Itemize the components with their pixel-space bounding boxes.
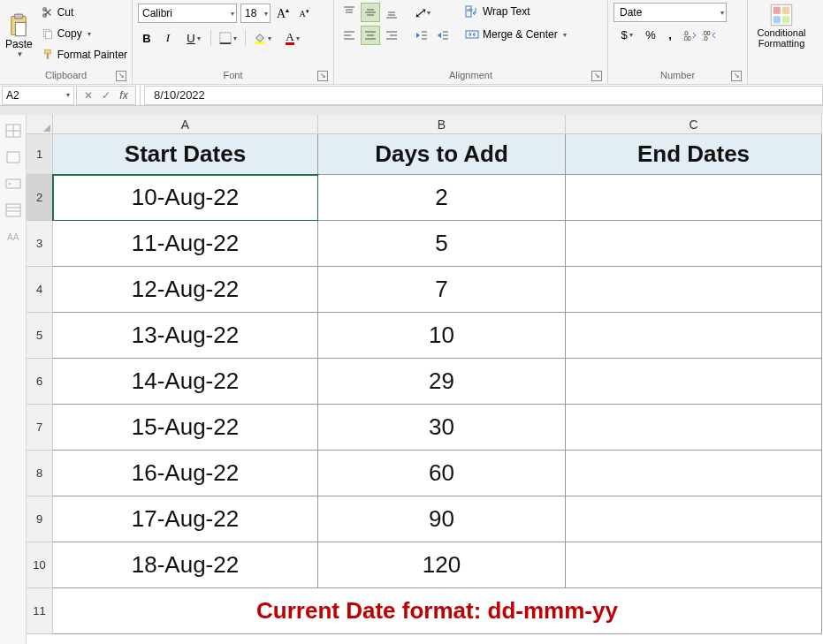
column-header-B[interactable]: B	[318, 115, 566, 134]
fill-color-button[interactable]: ▾	[249, 29, 276, 47]
italic-button[interactable]: I	[159, 29, 177, 47]
comma-format-button[interactable]: ,	[661, 26, 679, 43]
cell-C4[interactable]	[566, 267, 822, 313]
svg-rect-38	[466, 31, 478, 38]
cell-A7[interactable]: 15-Aug-22	[53, 405, 318, 451]
formula-enter-button[interactable]: ✓	[98, 89, 114, 102]
formula-input[interactable]: 8/10/2022	[144, 86, 823, 105]
align-middle-button[interactable]	[361, 3, 380, 22]
cell-B5[interactable]: 10	[318, 313, 566, 359]
underline-button[interactable]: U▾	[180, 29, 207, 47]
font-color-button[interactable]: A▾	[279, 29, 306, 47]
cell-A5[interactable]: 13-Aug-22	[53, 313, 318, 359]
cell-C9[interactable]	[566, 496, 822, 542]
cell-A8[interactable]: 16-Aug-22	[53, 451, 318, 496]
svg-rect-52	[6, 179, 20, 188]
increase-indent-button[interactable]	[433, 26, 453, 45]
cut-button[interactable]: Cut	[38, 3, 131, 22]
paste-button[interactable]: Paste ▼	[5, 3, 33, 68]
dialog-launcher-icon[interactable]: ↘	[116, 71, 126, 81]
cell-A6[interactable]: 14-Aug-22	[53, 359, 318, 405]
cell-A2[interactable]: 10-Aug-22	[53, 175, 318, 221]
merge-center-button[interactable]: Merge & Center ▾	[461, 26, 570, 43]
chevron-down-icon: ▾	[232, 34, 237, 42]
orientation-button[interactable]: ⤢▾	[412, 3, 431, 22]
align-bottom-button[interactable]	[382, 3, 401, 22]
cell-C5[interactable]	[566, 313, 822, 359]
svg-text:.00: .00	[682, 35, 691, 41]
cell-C3[interactable]	[566, 221, 822, 267]
column-header-C[interactable]: C	[566, 115, 822, 134]
row-header-3[interactable]: 3	[27, 221, 53, 267]
font-size-select[interactable]: 18▾	[240, 4, 271, 23]
font-name-select[interactable]: Calibri▾	[138, 4, 237, 23]
cell-B6[interactable]: 29	[318, 359, 566, 405]
bold-button[interactable]: B	[138, 29, 156, 47]
dialog-launcher-icon[interactable]: ↘	[317, 71, 328, 81]
row-header-6[interactable]: 6	[27, 359, 53, 405]
cell-B4[interactable]: 7	[318, 267, 566, 313]
cell-B9[interactable]: 90	[318, 496, 566, 542]
align-left-button[interactable]	[339, 26, 359, 45]
chevron-down-icon: ▾	[65, 91, 70, 99]
grow-font-button[interactable]: A▴	[274, 4, 292, 22]
comma-icon: ,	[668, 28, 672, 42]
name-box[interactable]: A2▾	[2, 86, 74, 105]
decrease-indent-button[interactable]	[412, 26, 431, 45]
cell-C10[interactable]	[566, 542, 822, 588]
cell-B8[interactable]: 60	[318, 451, 566, 496]
normal-view-icon[interactable]	[5, 203, 21, 217]
cell-C2[interactable]	[566, 175, 822, 221]
scissors-icon	[42, 6, 54, 19]
align-center-button[interactable]	[361, 26, 380, 45]
cell-A10[interactable]: 18-Aug-22	[53, 542, 318, 588]
row-header-7[interactable]: 7	[27, 405, 53, 451]
cell-A1[interactable]: Start Dates	[53, 134, 318, 175]
cell-B3[interactable]: 5	[318, 221, 566, 267]
row-header-1[interactable]: 1	[27, 134, 53, 175]
cell-C8[interactable]	[566, 451, 822, 496]
page-layout-icon[interactable]	[5, 150, 21, 164]
insert-function-button[interactable]: fx	[116, 89, 132, 102]
dialog-launcher-icon[interactable]: ↘	[591, 71, 602, 81]
number-format-select[interactable]: Date▾	[613, 3, 727, 22]
borders-button[interactable]: ▾	[215, 29, 241, 47]
row-header-10[interactable]: 10	[27, 542, 53, 588]
cell-A4[interactable]: 12-Aug-22	[53, 267, 318, 313]
custom-view-icon[interactable]	[5, 177, 21, 191]
page-break-icon[interactable]	[5, 124, 21, 138]
select-all-corner[interactable]	[27, 115, 53, 134]
cell-C7[interactable]	[566, 405, 822, 451]
shrink-font-button[interactable]: A▾	[295, 4, 313, 22]
row-header-5[interactable]: 5	[27, 313, 53, 359]
cell-C1[interactable]: End Dates	[566, 134, 822, 175]
row-header-note[interactable]: 11	[27, 588, 53, 634]
row-header-4[interactable]: 4	[27, 267, 53, 313]
cell-B1[interactable]: Days to Add	[318, 134, 566, 175]
decrease-decimal-button[interactable]: .00.0	[700, 26, 718, 43]
cell-A3[interactable]: 11-Aug-22	[53, 221, 318, 267]
ruler-icon[interactable]: AA	[5, 230, 21, 244]
cell-A9[interactable]: 17-Aug-22	[53, 496, 318, 542]
percent-format-button[interactable]: %	[642, 26, 659, 43]
wrap-text-button[interactable]: ab Wrap Text	[461, 3, 570, 20]
format-painter-button[interactable]: Format Painter	[38, 45, 131, 64]
align-right-button[interactable]	[382, 26, 401, 45]
cell-C6[interactable]	[566, 359, 822, 405]
copy-button[interactable]: Copy ▾	[38, 24, 131, 43]
formula-cancel-button[interactable]: ✕	[80, 89, 96, 102]
row-header-2[interactable]: 2	[27, 175, 53, 221]
grid[interactable]: A B C 1 Start Dates Days to Add End Date…	[27, 115, 823, 644]
row-header-9[interactable]: 9	[27, 496, 53, 542]
cell-B2[interactable]: 2	[318, 175, 566, 221]
accounting-format-button[interactable]: $▾	[613, 26, 640, 43]
cell-B7[interactable]: 30	[318, 405, 566, 451]
conditional-formatting-button[interactable]: Conditional Formatting	[753, 3, 810, 49]
align-top-button[interactable]	[339, 3, 359, 22]
column-header-A[interactable]: A	[53, 115, 318, 134]
cell-B10[interactable]: 120	[318, 542, 566, 588]
row-header-8[interactable]: 8	[27, 451, 53, 496]
note-cell[interactable]: Current Date format: dd-mmm-yy	[53, 588, 822, 634]
dialog-launcher-icon[interactable]: ↘	[731, 71, 742, 81]
increase-decimal-button[interactable]: .0.00	[681, 26, 698, 43]
